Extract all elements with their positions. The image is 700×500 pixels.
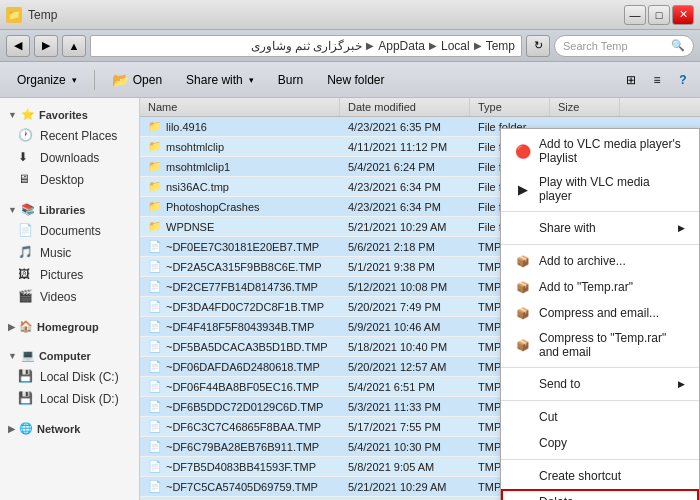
libraries-arrow: ▼ bbox=[8, 205, 17, 215]
folder-icon: 📁 bbox=[148, 120, 162, 134]
file-name-cell: 📁 msohtmlclip1 bbox=[140, 157, 340, 176]
ctx-copy[interactable]: Copy bbox=[501, 430, 699, 456]
file-name-cell: 📄 ~DF7B5D4083BB41593F.TMP bbox=[140, 457, 340, 476]
sidebar-item-desktop[interactable]: 🖥 Desktop bbox=[0, 169, 139, 191]
favorites-star-icon: ⭐ bbox=[21, 108, 35, 121]
path-segment: Local bbox=[441, 39, 470, 53]
title-bar-left: 📁 Temp bbox=[6, 7, 57, 23]
new-folder-button[interactable]: New folder bbox=[316, 66, 395, 94]
homegroup-header[interactable]: ▶ 🏠 Homegroup bbox=[0, 316, 139, 337]
file-name-cell: 📄 ~DF2CE77FB14D814736.TMP bbox=[140, 277, 340, 296]
file-icon: 📄 bbox=[148, 460, 162, 474]
close-button[interactable]: ✕ bbox=[672, 5, 694, 25]
column-date[interactable]: Date modified bbox=[340, 98, 470, 116]
file-name: lilo.4916 bbox=[166, 121, 207, 133]
file-name-cell: 📁 PhotoshopCrashes bbox=[140, 197, 340, 216]
search-box[interactable]: Search Temp 🔍 bbox=[554, 35, 694, 57]
ctx-share-with[interactable]: Share with ▶ bbox=[501, 215, 699, 241]
file-icon: 📄 bbox=[148, 380, 162, 394]
minimize-button[interactable]: — bbox=[624, 5, 646, 25]
file-name: ~DF7C5CA57405D69759.TMP bbox=[166, 481, 318, 493]
share-icon bbox=[515, 220, 531, 236]
ctx-delete[interactable]: Delete bbox=[501, 489, 699, 500]
ctx-create-shortcut[interactable]: Create shortcut bbox=[501, 463, 699, 489]
file-name: ~DF6B5DDC72D0129C6D.TMP bbox=[166, 401, 323, 413]
file-icon: 📄 bbox=[148, 260, 162, 274]
maximize-button[interactable]: □ bbox=[648, 5, 670, 25]
ctx-add-temp-rar[interactable]: 📦 Add to "Temp.rar" bbox=[501, 274, 699, 300]
file-name: WPDNSE bbox=[166, 221, 214, 233]
sidebar: ▼ ⭐ Favorites 🕐 Recent Places ⬇ Download… bbox=[0, 98, 140, 500]
ctx-item-label: Compress to "Temp.rar" and email bbox=[539, 331, 685, 359]
sidebar-item-local-d[interactable]: 💾 Local Disk (D:) bbox=[0, 388, 139, 410]
ctx-item-label: Send to bbox=[539, 377, 670, 391]
file-name: ~DF3DA4FD0C72DC8F1B.TMP bbox=[166, 301, 324, 313]
sidebar-item-downloads[interactable]: ⬇ Downloads bbox=[0, 147, 139, 169]
path-arrow: ▶ bbox=[429, 40, 437, 51]
network-section: ▶ 🌐 Network bbox=[0, 418, 139, 439]
ctx-compress-email[interactable]: 📦 Compress and email... bbox=[501, 300, 699, 326]
sidebar-item-label: Videos bbox=[40, 290, 76, 304]
ctx-item-label: Add to "Temp.rar" bbox=[539, 280, 685, 294]
file-name: ~DF06DAFDA6D2480618.TMP bbox=[166, 361, 320, 373]
title-bar: 📁 Temp — □ ✕ bbox=[0, 0, 700, 30]
ctx-add-vlc-playlist[interactable]: 🔴 Add to VLC media player's Playlist bbox=[501, 132, 699, 170]
compress2-icon: 📦 bbox=[515, 337, 531, 353]
window-controls[interactable]: — □ ✕ bbox=[624, 5, 694, 25]
open-button[interactable]: 📂 Open bbox=[101, 66, 173, 94]
sidebar-item-recent-places[interactable]: 🕐 Recent Places bbox=[0, 125, 139, 147]
organize-button[interactable]: Organize bbox=[6, 66, 88, 94]
burn-button[interactable]: Burn bbox=[267, 66, 314, 94]
file-name-cell: 📄 ~DF3DA4FD0C72DC8F1B.TMP bbox=[140, 297, 340, 316]
sidebar-item-documents[interactable]: 📄 Documents bbox=[0, 220, 139, 242]
folder-icon: 📁 bbox=[148, 220, 162, 234]
sidebar-item-local-c[interactable]: 💾 Local Disk (C:) bbox=[0, 366, 139, 388]
open-label: Open bbox=[133, 73, 162, 87]
file-date-cell: 4/23/2021 6:34 PM bbox=[340, 197, 470, 216]
ctx-item-label: Cut bbox=[539, 410, 685, 424]
file-name-cell: 📄 ~DF0EE7C30181E20EB7.TMP bbox=[140, 237, 340, 256]
up-button[interactable]: ▲ bbox=[62, 35, 86, 57]
homegroup-label: Homegroup bbox=[37, 321, 99, 333]
back-button[interactable]: ◀ bbox=[6, 35, 30, 57]
file-name: PhotoshopCrashes bbox=[166, 201, 260, 213]
column-size[interactable]: Size bbox=[550, 98, 620, 116]
file-name-cell: 📄 ~DF6B5DDC72D0129C6D.TMP bbox=[140, 397, 340, 416]
libraries-section: ▼ 📚 Libraries 📄 Documents 🎵 Music 🖼 Pict… bbox=[0, 199, 139, 308]
address-bar: ◀ ▶ ▲ خبرگزاری ثنم وشاوری ▶ AppData ▶ Lo… bbox=[0, 30, 700, 62]
window-title: Temp bbox=[28, 8, 57, 22]
help-button[interactable]: ? bbox=[672, 69, 694, 91]
play-icon: ▶ bbox=[515, 181, 531, 197]
forward-button[interactable]: ▶ bbox=[34, 35, 58, 57]
share-with-button[interactable]: Share with bbox=[175, 66, 265, 94]
address-path[interactable]: خبرگزاری ثنم وشاوری ▶ AppData ▶ Local ▶ … bbox=[90, 35, 522, 57]
archive-icon: 📦 bbox=[515, 253, 531, 269]
favorites-header[interactable]: ▼ ⭐ Favorites bbox=[0, 104, 139, 125]
sidebar-item-music[interactable]: 🎵 Music bbox=[0, 242, 139, 264]
path-segment: AppData bbox=[378, 39, 425, 53]
column-name[interactable]: Name bbox=[140, 98, 340, 116]
file-icon: 📄 bbox=[148, 420, 162, 434]
sidebar-item-videos[interactable]: 🎬 Videos bbox=[0, 286, 139, 308]
view-options-button[interactable]: ⊞ bbox=[620, 69, 642, 91]
ctx-send-to[interactable]: Send to ▶ bbox=[501, 371, 699, 397]
file-name: ~DF0EE7C30181E20EB7.TMP bbox=[166, 241, 319, 253]
computer-header[interactable]: ▼ 💻 Computer bbox=[0, 345, 139, 366]
file-date-cell: 5/12/2021 10:08 PM bbox=[340, 277, 470, 296]
ctx-play-vlc[interactable]: ▶ Play with VLC media player bbox=[501, 170, 699, 208]
ctx-add-archive[interactable]: 📦 Add to archive... bbox=[501, 248, 699, 274]
view-details-button[interactable]: ≡ bbox=[646, 69, 668, 91]
ctx-cut[interactable]: Cut bbox=[501, 404, 699, 430]
refresh-button[interactable]: ↻ bbox=[526, 35, 550, 57]
file-name-cell: 📁 msohtmlclip bbox=[140, 137, 340, 156]
ctx-item-label: Add to archive... bbox=[539, 254, 685, 268]
file-name-cell: 📄 ~DF6C79BA28EB76B911.TMP bbox=[140, 437, 340, 456]
network-header[interactable]: ▶ 🌐 Network bbox=[0, 418, 139, 439]
column-type[interactable]: Type bbox=[470, 98, 550, 116]
recent-places-icon: 🕐 bbox=[18, 128, 34, 144]
ctx-compress-temp-email[interactable]: 📦 Compress to "Temp.rar" and email bbox=[501, 326, 699, 364]
sidebar-item-pictures[interactable]: 🖼 Pictures bbox=[0, 264, 139, 286]
libraries-header[interactable]: ▼ 📚 Libraries bbox=[0, 199, 139, 220]
file-icon: 📄 bbox=[148, 320, 162, 334]
shortcut-icon bbox=[515, 468, 531, 484]
